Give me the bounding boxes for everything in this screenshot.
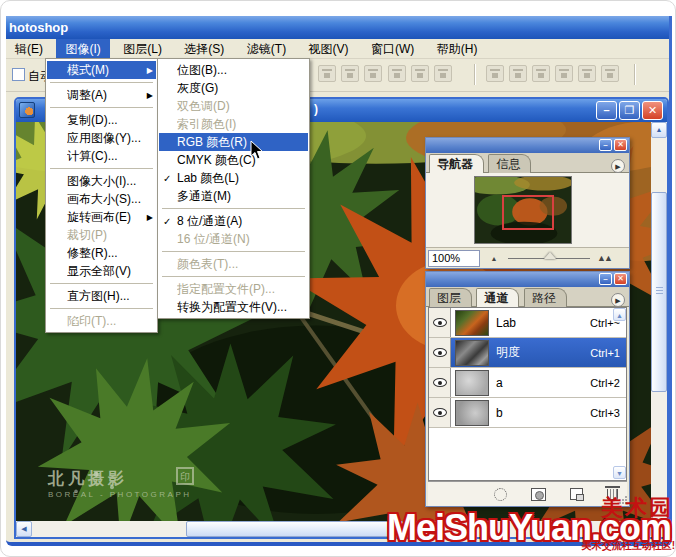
list-scroll-down-icon[interactable]: ▼	[613, 466, 626, 479]
list-scroll-up-icon[interactable]: ▲	[613, 308, 626, 321]
visibility-toggle[interactable]	[429, 398, 451, 427]
align-icon[interactable]	[318, 65, 336, 82]
zoom-slider-thumb[interactable]	[544, 252, 556, 259]
channel-row[interactable]: Lab Ctrl+~	[429, 308, 626, 338]
menu-item[interactable]: ✓ 位图(B)... ▶	[159, 61, 308, 79]
menu-bar-item[interactable]: 图像(I)	[56, 39, 109, 59]
navigator-thumbnail[interactable]	[474, 176, 572, 244]
vertical-scrollbar[interactable]: ▲	[651, 122, 667, 521]
palette-tab[interactable]: 信息	[488, 154, 531, 173]
palette-minimize-button[interactable]: –	[599, 273, 612, 285]
palette-menu-arrow-icon[interactable]: ▶	[611, 159, 625, 173]
distribute-icon[interactable]	[509, 65, 527, 82]
align-icon[interactable]	[341, 65, 359, 82]
menu-item[interactable]: ✓ 模式(M) ▶	[47, 61, 156, 79]
menu-item[interactable]: ✓ 16 位/通道(N) ▶	[159, 230, 308, 248]
palette-close-button[interactable]: ✕	[614, 139, 627, 151]
scroll-left-arrow-icon[interactable]: ◀	[16, 521, 32, 537]
palette-tab[interactable]: 路径	[524, 288, 567, 307]
menu-bar-item[interactable]: 视图(V)	[300, 39, 358, 59]
palette-tab[interactable]: 导航器	[429, 154, 484, 173]
visibility-toggle[interactable]	[429, 308, 451, 337]
palette-titlebar[interactable]: – ✕	[426, 272, 629, 287]
menu-item[interactable]: ✓ 画布大小(S)... ▶	[47, 190, 156, 208]
menu-bar-item[interactable]: 滤镜(T)	[238, 39, 295, 59]
menu-item[interactable]: ✓ 直方图(H)... ▶	[47, 287, 156, 305]
visibility-toggle[interactable]	[429, 338, 451, 367]
menu-item[interactable]: ✓ 颜色表(T)... ▶	[159, 255, 308, 273]
palette-tab[interactable]: 图层	[429, 288, 472, 307]
menu-item[interactable]: ✓ ▶	[47, 280, 156, 287]
zoom-in-icon[interactable]: ▲▲	[594, 251, 614, 266]
maximize-button[interactable]: ❐	[619, 101, 640, 120]
channel-row[interactable]: 明度 Ctrl+1	[429, 338, 626, 368]
distribute-icon[interactable]	[486, 65, 504, 82]
menu-item[interactable]: ✓ 索引颜色(I) ▶	[159, 115, 308, 133]
menu-item[interactable]: ✓ ▶	[159, 273, 308, 280]
menu-item[interactable]: ✓ 复制(D)... ▶	[47, 111, 156, 129]
app-titlebar[interactable]: hotoshop	[6, 16, 669, 39]
channel-row-body[interactable]: Lab Ctrl+~	[451, 308, 626, 337]
menu-item[interactable]: ✓ ▶	[47, 104, 156, 111]
menu-item[interactable]: ✓ Lab 颜色(L) ▶	[159, 169, 308, 187]
auto-select-checkbox[interactable]	[12, 68, 25, 81]
menu-item[interactable]: ✓ ▶	[159, 205, 308, 212]
vertical-scroll-thumb[interactable]	[651, 192, 667, 392]
close-button[interactable]: ✕	[642, 101, 663, 120]
zoom-slider[interactable]	[508, 258, 590, 259]
zoom-out-icon[interactable]: ▲	[484, 251, 504, 266]
menu-item[interactable]: ✓ CMYK 颜色(C) ▶	[159, 151, 308, 169]
menu-item[interactable]: ✓ 多通道(M) ▶	[159, 187, 308, 205]
palette-tab[interactable]: 通道	[476, 288, 519, 307]
menu-item[interactable]: ✓ 旋转画布(E) ▶	[47, 208, 156, 226]
check-icon: ✓	[163, 216, 177, 227]
align-icon[interactable]	[434, 65, 452, 82]
menu-bar-item[interactable]: 图层(L)	[114, 39, 171, 59]
palette-titlebar[interactable]: – ✕	[426, 138, 629, 153]
distribute-icon[interactable]	[601, 65, 619, 82]
menu-item[interactable]: ✓ ▶	[47, 79, 156, 86]
align-icon[interactable]	[364, 65, 382, 82]
distribute-icon[interactable]	[578, 65, 596, 82]
menu-item[interactable]: ✓ 8 位/通道(A) ▶	[159, 212, 308, 230]
menu-item[interactable]: ✓ 裁切(P) ▶	[47, 226, 156, 244]
palette-minimize-button[interactable]: –	[599, 139, 612, 151]
menu-item[interactable]: ✓ 指定配置文件(P)... ▶	[159, 280, 308, 298]
menu-item[interactable]: ✓ 图像大小(I)... ▶	[47, 172, 156, 190]
menu-item[interactable]: ✓ 显示全部(V) ▶	[47, 262, 156, 280]
menu-item[interactable]: ✓ 应用图像(Y)... ▶	[47, 129, 156, 147]
menu-item[interactable]: ✓ ▶	[159, 248, 308, 255]
menu-bar-item[interactable]: 窗口(W)	[362, 39, 423, 59]
navigator-view-rectangle[interactable]	[502, 195, 554, 230]
palette-close-button[interactable]: ✕	[614, 273, 627, 285]
align-icon[interactable]	[388, 65, 406, 82]
scroll-up-arrow-icon[interactable]: ▲	[651, 122, 667, 138]
visibility-toggle[interactable]	[429, 368, 451, 397]
channel-row[interactable]: a Ctrl+2	[429, 368, 626, 398]
menu-item[interactable]: ✓ 计算(C)... ▶	[47, 147, 156, 165]
menu-item[interactable]: ✓ 调整(A) ▶	[47, 86, 156, 104]
menu-item[interactable]: ✓ ▶	[47, 165, 156, 172]
menu-bar-item[interactable]: 辑(E)	[6, 39, 52, 59]
zoom-percent-field[interactable]: 100%	[428, 250, 480, 267]
channels-tab-row: 图层 通道 路径	[426, 287, 629, 307]
image-menu-dropdown: ✓ 模式(M) ▶ ✓ ▶ ✓ 调整(A) ▶ ✓ ▶	[45, 58, 158, 333]
channel-row-body[interactable]: a Ctrl+2	[451, 368, 626, 397]
minimize-button[interactable]: –	[596, 101, 617, 120]
menu-bar-item[interactable]: 帮助(H)	[428, 39, 487, 59]
channel-row[interactable]: b Ctrl+3	[429, 398, 626, 428]
menu-item[interactable]: ✓ RGB 颜色(R) ▶	[159, 133, 308, 151]
distribute-icon[interactable]	[555, 65, 573, 82]
menu-item[interactable]: ✓ 灰度(G) ▶	[159, 79, 308, 97]
channel-row-body[interactable]: b Ctrl+3	[451, 398, 626, 427]
menu-item[interactable]: ✓ 双色调(D) ▶	[159, 97, 308, 115]
menu-item[interactable]: ✓ ▶	[47, 305, 156, 312]
channel-row-body[interactable]: 明度 Ctrl+1	[451, 338, 626, 367]
menu-item[interactable]: ✓ 转换为配置文件(V)... ▶	[159, 298, 308, 316]
align-icon[interactable]	[411, 65, 429, 82]
menu-bar-item[interactable]: 选择(S)	[175, 39, 233, 59]
distribute-icon[interactable]	[532, 65, 550, 82]
menu-item[interactable]: ✓ 修整(R)... ▶	[47, 244, 156, 262]
menu-item[interactable]: ✓ 陷印(T)... ▶	[47, 312, 156, 330]
palette-menu-arrow-icon[interactable]: ▶	[611, 293, 625, 307]
